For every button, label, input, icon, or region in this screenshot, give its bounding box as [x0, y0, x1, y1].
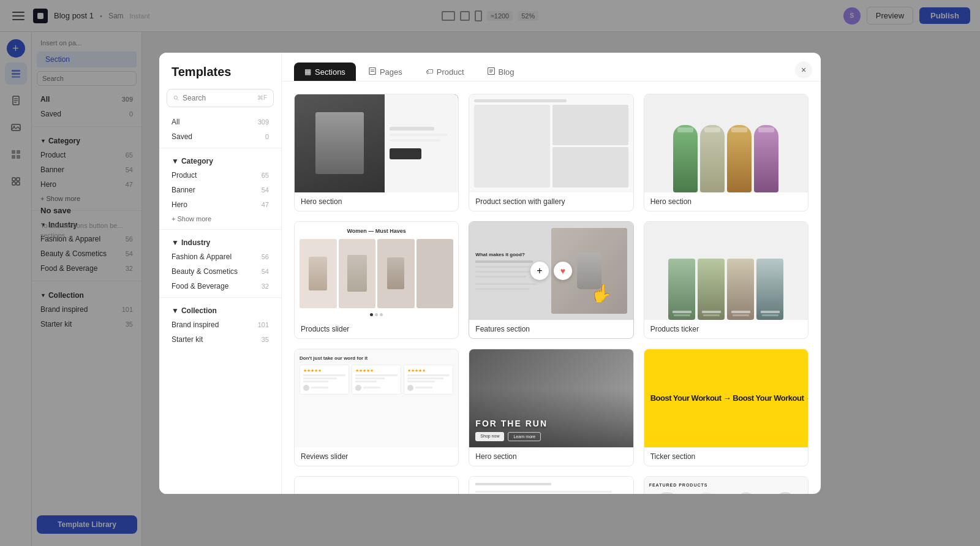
modal-tabs: ▦ Sections Pages 🏷 Product — [282, 53, 821, 82]
modal-collection-header[interactable]: ▼ Collection — [159, 301, 281, 317]
template-preview-reviews: Don't just take our word for it ★★★★★ — [295, 349, 458, 447]
template-card-product-gallery[interactable]: Product section with gallery — [469, 94, 633, 211]
templates-modal: Templates ⌘F All 309 Saved 0 ▼ Category … — [159, 53, 821, 494]
modal-saved-label: Saved — [172, 132, 192, 141]
modal-search-input[interactable] — [183, 94, 254, 102]
template-card-hero-run[interactable]: FOR THE RUN Shop now Learn more Hero sec… — [469, 349, 633, 466]
template-card-hero-1[interactable]: Hero section — [294, 94, 459, 211]
modal-all-count: 309 — [258, 118, 269, 126]
template-preview-hero-cans — [644, 94, 808, 192]
template-label-hero-1: Hero section — [295, 192, 458, 211]
template-card-reviews[interactable]: Don't just take our word for it ★★★★★ — [294, 349, 459, 466]
modal-main-content: ▦ Sections Pages 🏷 Product — [282, 53, 821, 494]
modal-category-header[interactable]: ▼ Category — [159, 152, 281, 168]
modal-industry-header[interactable]: ▼ Industry — [159, 233, 281, 249]
modal-food-filter-count: 32 — [262, 282, 269, 290]
modal-overlay[interactable]: Templates ⌘F All 309 Saved 0 ▼ Category … — [0, 0, 980, 546]
modal-fashion-filter[interactable]: Fashion & Apparel 56 — [159, 249, 281, 264]
svg-line-18 — [177, 99, 178, 100]
modal-all-item[interactable]: All 309 — [159, 115, 281, 129]
modal-saved-item[interactable]: Saved 0 — [159, 129, 281, 144]
modal-brand-filter-label: Brand inspired — [172, 320, 219, 329]
modal-fashion-filter-count: 56 — [262, 253, 269, 260]
modal-starter-filter-label: Starter kit — [172, 335, 203, 344]
modal-beauty-filter[interactable]: Beauty & Cosmetics 54 — [159, 264, 281, 279]
modal-show-more-label: + Show more — [172, 215, 211, 222]
modal-starter-filter[interactable]: Starter kit 35 — [159, 332, 281, 347]
tab-pages-label: Pages — [380, 67, 402, 77]
modal-industry-arrow-icon: ▼ — [172, 238, 179, 247]
modal-saved-count: 0 — [265, 133, 269, 140]
modal-industry-label: Industry — [181, 238, 210, 247]
save-template-button[interactable]: ♥ — [554, 262, 572, 280]
modal-grid-container[interactable]: Hero section — [282, 82, 821, 494]
tab-blog[interactable]: Blog — [477, 63, 525, 81]
template-card-featured-products[interactable]: FEATURED PRODUCTS — [644, 476, 809, 494]
template-label-hero-cans: Hero section — [644, 192, 808, 211]
modal-product-filter[interactable]: Product 65 — [159, 168, 281, 183]
template-card-ticker[interactable]: Boost Your Workout → Boost Your Workout … — [644, 349, 809, 466]
modal-collection-label: Collection — [181, 306, 217, 315]
tab-sections-label: Sections — [315, 67, 345, 77]
modal-fashion-filter-label: Fashion & Apparel — [172, 252, 232, 261]
template-preview-products-slider: Women — Must Haves — [295, 222, 458, 320]
modal-close-button[interactable]: × — [795, 61, 812, 78]
tab-product[interactable]: 🏷 Product — [415, 63, 475, 81]
tab-pages[interactable]: Pages — [358, 63, 413, 81]
template-card-products-ticker[interactable]: Products ticker — [644, 221, 809, 339]
modal-brand-filter-count: 101 — [258, 321, 269, 328]
template-card-icons[interactable]: 🌿 Plant-Based & Eco-Conscious 🛡 Promotes… — [294, 476, 459, 494]
template-label-products-ticker: Products ticker — [644, 320, 808, 338]
blog-tab-icon — [488, 67, 495, 77]
template-label-products-slider: Products slider — [295, 320, 458, 338]
modal-category-arrow-icon: ▼ — [172, 157, 179, 165]
search-icon — [173, 94, 179, 102]
template-label-product-gallery: Product section with gallery — [469, 192, 633, 211]
modal-starter-filter-count: 35 — [262, 336, 269, 343]
template-card-features[interactable]: What makes it good? — [469, 221, 633, 339]
template-label-features: Features section — [469, 320, 633, 338]
template-preview-hero-1 — [295, 94, 458, 192]
template-preview-ticker: Boost Your Workout → Boost Your Workout … — [644, 349, 808, 447]
tab-blog-label: Blog — [499, 67, 514, 77]
template-preview-featured-products: FEATURED PRODUCTS — [644, 477, 808, 494]
modal-search-box[interactable]: ⌘F — [167, 89, 274, 107]
template-label-hero-run: Hero section — [469, 447, 633, 466]
modal-show-more[interactable]: + Show more — [159, 212, 281, 226]
template-preview-product-gallery — [469, 94, 633, 192]
modal-sidebar: Templates ⌘F All 309 Saved 0 ▼ Category … — [159, 53, 282, 494]
modal-hero-filter-label: Hero — [172, 200, 187, 209]
features-hover-overlay: + ♥ — [469, 222, 633, 320]
template-preview-features: What makes it good? — [469, 222, 633, 320]
modal-beauty-filter-count: 54 — [262, 268, 269, 275]
modal-title: Templates — [159, 65, 281, 89]
modal-brand-filter[interactable]: Brand inspired 101 — [159, 317, 281, 332]
add-template-button[interactable]: + — [530, 262, 549, 280]
tab-sections[interactable]: ▦ Sections — [294, 63, 356, 81]
modal-hero-filter-count: 47 — [262, 201, 269, 208]
modal-banner-filter-label: Banner — [172, 186, 195, 194]
template-label-ticker: Ticker section — [644, 447, 808, 466]
sections-tab-icon: ▦ — [304, 67, 311, 76]
modal-category-label: Category — [181, 157, 213, 165]
modal-product-filter-count: 65 — [262, 172, 269, 179]
modal-banner-filter-count: 54 — [262, 186, 269, 194]
modal-beauty-filter-label: Beauty & Cosmetics — [172, 267, 238, 276]
template-card-hero-cans[interactable]: Hero section — [644, 94, 809, 211]
modal-banner-filter[interactable]: Banner 54 — [159, 183, 281, 197]
modal-hero-filter[interactable]: Hero 47 — [159, 197, 281, 212]
tab-product-label: Product — [437, 67, 464, 77]
template-card-products-slider[interactable]: Women — Must Haves — [294, 221, 459, 339]
template-preview-icons: 🌿 Plant-Based & Eco-Conscious 🛡 Promotes… — [295, 477, 458, 494]
template-label-reviews: Reviews slider — [295, 447, 458, 466]
modal-all-label: All — [172, 118, 179, 126]
product-tab-icon: 🏷 — [426, 67, 433, 76]
modal-food-filter-label: Food & Beverage — [172, 282, 228, 290]
svg-point-17 — [174, 96, 177, 99]
template-preview-accordion: Materials & care › Shipping › — [469, 477, 633, 494]
modal-collection-arrow-icon: ▼ — [172, 306, 179, 315]
template-preview-products-ticker — [644, 222, 808, 320]
template-card-accordion[interactable]: Materials & care › Shipping › — [469, 476, 633, 494]
modal-food-filter[interactable]: Food & Beverage 32 — [159, 279, 281, 294]
search-shortcut: ⌘F — [257, 94, 267, 101]
